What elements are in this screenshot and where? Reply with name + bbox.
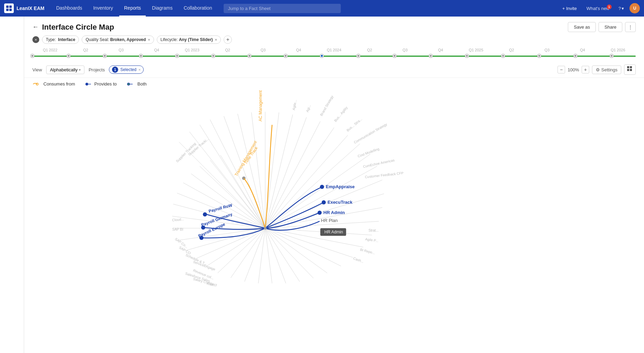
view-dropdown[interactable]: Alphabetically ▾ <box>46 65 84 74</box>
grid-button[interactable] <box>624 64 636 75</box>
timeline-marker-4[interactable] <box>175 54 179 58</box>
timeline: Q1 2022 Q2 Q3 Q4 Q1 2023 Q2 Q3 Q4 Q1 202… <box>24 47 644 62</box>
selected-count: 1 <box>112 67 118 73</box>
zoom-in-button[interactable]: + <box>582 66 589 73</box>
nav-search-wrap <box>224 4 341 13</box>
node-hradmin-dot[interactable] <box>318 211 322 215</box>
page-actions: Save as Share ⋮ <box>568 22 636 32</box>
svg-rect-2 <box>6 9 9 11</box>
node-executrack-dot[interactable] <box>322 200 326 204</box>
consumes-lines <box>244 125 272 228</box>
back-button[interactable]: ← <box>32 23 39 31</box>
label-right-4: Customer Feedback CFP <box>365 171 404 179</box>
label-right-9: Agile... <box>292 100 297 111</box>
label-hrplan[interactable]: HR Plan <box>321 218 338 223</box>
svg-line-41 <box>265 228 300 282</box>
logo-icon <box>4 3 14 13</box>
timeline-bar[interactable] <box>32 53 636 59</box>
svg-line-29 <box>265 154 370 228</box>
toolbar: View Alphabetically ▾ Projects 1 Selecte… <box>24 62 644 78</box>
timeline-marker-3[interactable] <box>139 54 143 58</box>
filter-add-button[interactable]: + <box>224 36 232 44</box>
filter-tag-type[interactable]: Type: Interface <box>42 36 79 44</box>
svg-rect-3 <box>9 9 12 11</box>
consumes-icon <box>32 82 41 87</box>
svg-rect-7 <box>630 69 632 71</box>
share-button[interactable]: Share <box>599 22 622 32</box>
search-input[interactable] <box>224 4 341 13</box>
svg-point-9 <box>85 83 88 85</box>
legend-both: Both <box>125 81 147 87</box>
help-button[interactable]: ? ▾ <box>616 4 627 13</box>
filter-quality-close[interactable]: × <box>148 38 150 42</box>
label-payrollrow[interactable]: Payroll RoW <box>208 203 233 214</box>
timeline-marker-0[interactable] <box>31 54 34 58</box>
more-button[interactable]: ⋮ <box>625 22 636 32</box>
label-right-5: Bus... Stra... <box>346 117 363 132</box>
label-hradmin[interactable]: HR Admin <box>324 210 345 215</box>
selected-badge[interactable]: 1 Selected × <box>109 65 144 74</box>
svg-rect-4 <box>627 66 629 68</box>
nav-logo[interactable]: LeanIX EAM <box>4 3 44 13</box>
circle-map-svg: EmpAppraise ExecuTrack HR Admin HR Plan … <box>24 90 644 329</box>
timeline-marker-7[interactable] <box>284 54 287 58</box>
timeline-marker-13[interactable] <box>501 54 505 58</box>
whats-new-button[interactable]: What's new 1 <box>583 4 613 13</box>
label-acmanagement[interactable]: AC Management <box>258 90 263 122</box>
nav-item-diagrams[interactable]: Diagrams <box>147 0 177 17</box>
timeline-marker-12[interactable] <box>465 54 469 58</box>
filter-clear-button[interactable]: × <box>32 36 39 43</box>
label-executrack[interactable]: ExecuTrack <box>328 200 353 205</box>
svg-line-40 <box>265 228 314 278</box>
timeline-marker-2[interactable] <box>103 54 106 58</box>
svg-line-51 <box>178 228 265 240</box>
timeline-marker-9[interactable] <box>357 54 360 58</box>
timeline-marker-5[interactable] <box>212 54 215 58</box>
label-right-6: Bus... Agility <box>334 106 348 123</box>
center-node[interactable] <box>264 227 267 230</box>
node-payrollrow-dot[interactable] <box>203 212 207 216</box>
nav-item-inventory[interactable]: Inventory <box>88 0 118 17</box>
svg-line-48 <box>206 228 265 267</box>
label-emappraise[interactable]: EmpAppraise <box>326 184 355 189</box>
label-sap-bi: SAP BI <box>172 228 183 231</box>
navbar: LeanIX EAM Dashboards Inventory Reports … <box>0 0 644 17</box>
view-label: View <box>32 67 42 72</box>
timeline-marker-current[interactable] <box>320 54 324 58</box>
avatar[interactable]: U <box>630 3 640 13</box>
filter-lifecycle-close[interactable]: × <box>215 38 217 42</box>
diagram-area[interactable]: EmpAppraise ExecuTrack HR Admin HR Plan … <box>24 90 644 329</box>
legend: Consumes from Provides to Both <box>24 78 644 90</box>
timeline-marker-11[interactable] <box>429 54 432 58</box>
selected-close[interactable]: × <box>139 68 141 72</box>
filter-tag-lifecycle[interactable]: Lifecycle: Any (Time Slider) × <box>157 36 221 44</box>
nav-right: + Invite What's new 1 ? ▾ U <box>559 3 640 13</box>
provides-icon <box>83 82 92 87</box>
svg-rect-0 <box>6 6 9 8</box>
save-as-button[interactable]: Save as <box>568 22 596 32</box>
filter-tag-quality[interactable]: Quality Seal: Broken, Approved × <box>82 36 154 44</box>
nav-item-dashboards[interactable]: Dashboards <box>51 0 87 17</box>
label-right-2: Cost Modelling <box>357 147 380 158</box>
nav-logo-text: LeanIX EAM <box>17 6 44 11</box>
gray-spokes <box>172 112 384 283</box>
timeline-marker-10[interactable] <box>393 54 396 58</box>
zoom-out-button[interactable]: − <box>558 66 565 73</box>
timeline-marker-14[interactable] <box>538 54 541 58</box>
timeline-marker-1[interactable] <box>67 54 70 58</box>
settings-button[interactable]: ⚙ Settings <box>592 65 621 74</box>
label-right-8: Agi... <box>305 104 311 113</box>
timeline-marker-16[interactable] <box>610 54 613 58</box>
zoom-control: − 100% + <box>558 66 589 73</box>
timeline-marker-6[interactable] <box>248 54 251 58</box>
nav-item-collaboration[interactable]: Collaboration <box>179 0 217 17</box>
selected-label: Selected <box>120 67 136 72</box>
label-right-12: BI Repo... <box>360 248 376 255</box>
svg-point-12 <box>128 83 129 85</box>
label-right-13: Cash... <box>353 256 364 263</box>
node-emappraise-dot[interactable] <box>320 185 324 189</box>
svg-line-45 <box>245 228 265 282</box>
nav-item-reports[interactable]: Reports <box>119 0 146 17</box>
invite-button[interactable]: + Invite <box>559 4 580 13</box>
timeline-marker-15[interactable] <box>574 54 577 58</box>
